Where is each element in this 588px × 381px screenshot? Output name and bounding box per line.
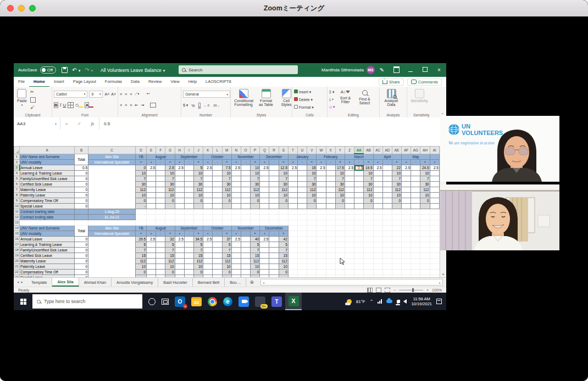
grid-cell[interactable]: 10 [279,264,288,270]
grid-cell[interactable]: 2.5 [147,165,156,171]
grid-cell[interactable]: 112 [279,259,288,264]
grid-cell[interactable]: - [269,231,279,237]
grid-cell[interactable]: 2.5 [260,165,269,171]
grid-cell[interactable]: 5 [279,242,288,248]
leave-type-label[interactable]: Learning & Training Leave [20,171,75,176]
underline-icon[interactable]: U [63,103,66,108]
grid-row-header[interactable]: 20 [14,259,20,264]
grid-cell[interactable] [279,204,288,209]
grid-cell[interactable] [288,193,297,198]
grid-cell[interactable]: = [364,160,373,165]
grid-cell[interactable] [402,182,411,187]
grid-cell[interactable] [184,198,193,204]
grid-cell[interactable]: + [373,160,382,165]
grid-cell[interactable] [88,187,136,193]
grid-cell[interactable]: 30 [335,182,345,187]
grid-cell[interactable] [184,193,193,198]
grid-cell[interactable]: 30 [392,182,401,187]
align-center-icon[interactable]: ≡ [125,103,127,107]
insert-cells-button[interactable]: Insert ▾ [294,89,325,94]
grid-cell[interactable] [231,259,241,264]
horizontal-scrollbar[interactable]: ◂ ▸ [260,279,443,285]
excel-search-box[interactable]: Search [179,65,298,74]
grid-cell[interactable] [382,204,392,209]
grid-cell[interactable]: + [260,231,269,237]
grid-col-header[interactable]: A [20,147,75,154]
grid-row-header[interactable]: 1 [14,154,20,160]
grid-cell[interactable]: 7 [364,176,373,182]
grid-cell[interactable] [288,204,297,209]
grid-cell[interactable] [147,253,156,259]
grid-cell[interactable]: 32 [165,237,175,242]
grid-cell[interactable]: Total [75,226,88,237]
align-left-icon[interactable]: ≡ [120,103,122,107]
zoom-level[interactable]: 100% [432,288,442,292]
grid-cell[interactable] [203,176,213,182]
grid-cell[interactable]: 112 [136,259,147,264]
grid-cell[interactable]: 5 [222,242,231,248]
grid-cell[interactable]: 30 [222,182,231,187]
grid-cell[interactable] [175,264,184,270]
hscroll-left-icon[interactable]: ◂ [263,281,264,284]
grid-cell[interactable] [203,253,213,259]
grid-cell[interactable]: YB [136,154,147,160]
grid-cell[interactable]: 17.5 [335,165,345,171]
grid-cell[interactable] [373,176,382,182]
grid-cell[interactable] [231,242,241,248]
number-format-select[interactable]: General▾ [183,91,230,98]
grid-col-header[interactable]: AG [411,147,420,154]
accounting-format-icon[interactable]: $ ▾ [183,103,188,108]
grid-cell[interactable]: 112 [335,187,345,193]
grid-cell[interactable]: = [392,160,401,165]
grid-cell[interactable] [88,248,136,253]
grid-cell[interactable] [430,187,439,193]
grid-cell[interactable] [241,198,250,204]
grid-cell[interactable] [411,198,420,204]
grid-col-header[interactable]: C [88,147,136,154]
fill-icon[interactable]: ⤓ ▾ [329,97,335,102]
paste-button[interactable]: Paste▾ [15,88,29,111]
grid-cell[interactable]: 0 [165,270,175,275]
grid-cell[interactable] [156,248,165,253]
grid-cell[interactable]: 15 [165,253,175,259]
grid-cell[interactable]: 7 [193,176,203,182]
grid-cell[interactable]: 10 [307,193,317,198]
grid-cell[interactable] [88,193,136,198]
grid-cell[interactable]: - [213,160,222,165]
grid-cell[interactable]: 7 [165,176,175,182]
grid-cell[interactable] [203,270,213,275]
decrease-indent-icon[interactable]: ⇤ [135,103,138,108]
grid-cell[interactable] [156,270,165,275]
leave-type-label[interactable]: Special Leave [20,204,75,209]
grid-col-header[interactable]: AE [392,147,401,154]
grid-cell[interactable] [241,171,250,176]
grid-row-header[interactable]: 18 [14,248,20,253]
grid-cell[interactable] [241,237,250,242]
grid-cell[interactable]: 10 [364,193,373,198]
normal-view-icon[interactable] [367,288,373,293]
shrink-font-icon[interactable]: A˅ [111,92,116,96]
excel-restore-button[interactable] [418,67,432,73]
grid-cell[interactable] [354,176,364,182]
grid-cell[interactable] [382,171,392,176]
grid-col-header[interactable]: S [279,147,288,154]
grid-cell[interactable]: 7 [251,176,260,182]
grid-cell[interactable] [241,182,250,187]
grid-col-header[interactable]: N [231,147,241,154]
grid-col-header[interactable]: I [184,147,193,154]
grid-col-header[interactable]: M [222,147,231,154]
grid-cell[interactable] [317,182,326,187]
grid-row-header[interactable]: 16 [14,237,20,242]
grid-cell[interactable]: 0 [420,198,430,204]
grid-cell[interactable]: 7 [335,176,345,182]
grid-col-header[interactable]: W [317,147,326,154]
grid-cell[interactable] [354,193,364,198]
grid-cell[interactable] [345,176,354,182]
increase-decimal-icon[interactable]: ←.0 [204,104,209,107]
ribbon-tab-insert[interactable]: Insert [49,77,69,87]
grid-cell[interactable] [354,171,364,176]
grid-cell[interactable]: 0 [279,198,288,204]
onedrive-icon[interactable] [386,300,392,303]
task-view-icon[interactable] [162,299,169,305]
fullscreen-window-button[interactable] [29,5,36,12]
